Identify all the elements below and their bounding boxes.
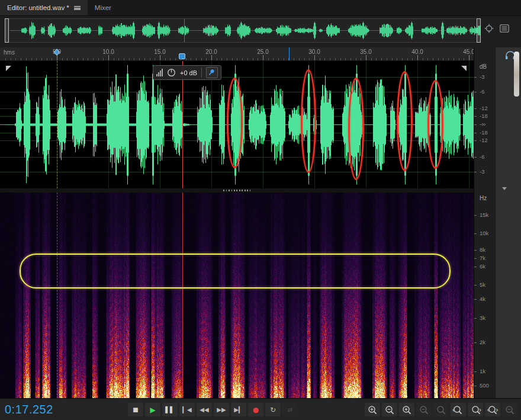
ruler-tick — [31, 58, 32, 60]
zoom-in-at-out-point-button[interactable]: › — [468, 403, 483, 416]
vertical-scrollbar[interactable] — [514, 52, 519, 97]
zoom-out-button[interactable] — [382, 403, 397, 416]
ruler-tick — [350, 58, 351, 60]
hud-pin-button[interactable] — [206, 67, 218, 78]
ruler-tick — [371, 58, 372, 60]
ruler-tick — [93, 58, 94, 60]
overview-right-handle[interactable] — [477, 18, 481, 43]
db-scale-label: -6 — [480, 153, 484, 160]
fast-forward-button[interactable]: ▶▶ — [214, 403, 229, 416]
ruler-tick — [407, 58, 408, 60]
overview-waveform[interactable] — [5, 18, 481, 43]
zoom-selection-button[interactable]: ‹› — [485, 403, 500, 416]
zoom-out-vertical-button[interactable] — [416, 403, 432, 416]
play-button[interactable]: ▶ — [145, 403, 160, 416]
zoom-out-full-button[interactable] — [502, 403, 517, 416]
ruler-tick — [78, 58, 78, 60]
ruler-time-label: 45.0 — [463, 49, 474, 55]
hz-scale-label: 15k — [480, 211, 488, 218]
ruler-tick — [52, 58, 52, 60]
overview-crosshair-icon[interactable] — [484, 24, 494, 33]
ruler-tick — [186, 58, 186, 60]
overview-playhead-line — [184, 19, 185, 42]
tab-editor[interactable]: Editor: untitled.wav * — [0, 0, 88, 15]
db-scale-title: dB — [480, 63, 487, 70]
ruler-tick — [381, 58, 382, 60]
time-display[interactable]: 0:17.252 — [5, 403, 53, 416]
hz-scale-label: 3k — [480, 315, 485, 321]
corner-grip-icon[interactable] — [6, 66, 11, 71]
zoom-in-button[interactable] — [365, 403, 380, 416]
loop-playback-button[interactable]: ↻ — [265, 403, 281, 416]
scale-tick — [474, 77, 477, 78]
ruler-tick — [361, 58, 361, 60]
magnifier-icon — [368, 405, 377, 415]
hz-scale-label: 1k — [480, 368, 485, 374]
play-icon: ▶ — [150, 406, 155, 413]
spectrogram-canvas[interactable] — [0, 193, 474, 398]
ruler-tick — [57, 55, 57, 60]
splitter-grip[interactable] — [223, 190, 250, 191]
annotation-highlight-box — [20, 254, 451, 288]
scale-tick — [474, 285, 477, 286]
scale-tick — [474, 215, 477, 216]
magnifier-icon — [385, 405, 394, 415]
scale-tick — [474, 267, 477, 267]
knob-icon[interactable] — [167, 68, 176, 77]
playhead-handle[interactable] — [179, 53, 185, 59]
waveform-display[interactable]: +0 dB — [0, 61, 474, 188]
ruler-tick — [11, 58, 11, 60]
ruler-tick — [335, 58, 336, 60]
zoom-to-selection-button[interactable] — [433, 403, 449, 416]
ruler-tick — [160, 55, 160, 60]
levels-icon — [156, 69, 163, 76]
spectrogram-display[interactable] — [0, 193, 474, 398]
ruler-tick — [21, 58, 21, 60]
overview-waveform-canvas[interactable] — [5, 19, 480, 42]
overview-left-handle[interactable] — [5, 18, 9, 43]
gutter-top — [474, 47, 495, 61]
skip-to-end-button[interactable]: ▶▎ — [231, 403, 246, 416]
marker-line — [57, 193, 57, 398]
panel-splitter[interactable] — [0, 188, 474, 193]
ruler-tick — [201, 58, 202, 60]
ruler-tick — [273, 58, 274, 60]
overview-menu-icon[interactable] — [500, 24, 509, 33]
skip-to-start-button[interactable]: ▎◀ — [179, 403, 195, 416]
annotation-ellipse — [301, 69, 316, 173]
ruler-time-label: 35.0 — [360, 49, 371, 55]
ruler-tick — [412, 58, 413, 60]
tab-mixer[interactable]: Mixer — [88, 0, 118, 15]
ruler-tick — [232, 58, 233, 60]
ruler-tick — [324, 58, 325, 60]
skip-to-end-icon: ▶▎ — [234, 407, 243, 413]
scale-tick — [474, 371, 477, 372]
ruler-tick — [155, 58, 155, 60]
pause-button[interactable]: ▌▌ — [162, 403, 178, 416]
ruler-tick — [98, 58, 99, 60]
hud-gain-value[interactable]: +0 dB — [180, 69, 197, 76]
scale-tick — [474, 140, 477, 141]
ruler-tick — [427, 58, 428, 60]
stop-icon: ■ — [133, 407, 138, 413]
timeline-ruler[interactable]: hms 5.010.015.020.025.030.035.040.045.0 — [0, 47, 474, 61]
rewind-button[interactable]: ◀◀ — [197, 403, 212, 416]
ruler-tick — [108, 55, 109, 60]
ruler-tick — [15, 58, 16, 60]
corner-grip-icon[interactable] — [461, 66, 467, 71]
zoom-in-at-in-point-button[interactable]: ‹ — [451, 403, 466, 416]
skip-selection-button[interactable]: ⇄ — [282, 403, 298, 416]
ruler-tick — [402, 58, 403, 60]
collapse-arrow-icon[interactable] — [502, 187, 507, 190]
scale-tick — [474, 258, 477, 259]
ruler-tick — [417, 55, 418, 60]
ruler-tick — [278, 58, 279, 60]
ruler-tick — [330, 58, 330, 60]
stop-button[interactable]: ■ — [128, 403, 143, 416]
panel-menu-icon[interactable] — [74, 6, 81, 10]
record-button[interactable]: ● — [248, 403, 263, 416]
ruler-tick — [196, 58, 197, 60]
db-scale-label: -3 — [480, 73, 484, 80]
zoom-in-horizontal-button[interactable] — [399, 403, 414, 416]
ruler-tick — [345, 58, 346, 60]
